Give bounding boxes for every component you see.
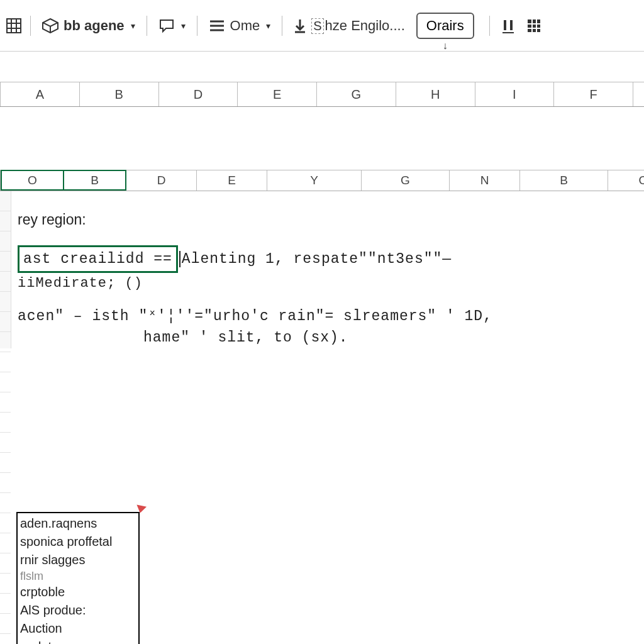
- text-line: hame" ' slit, to (sx).: [18, 327, 644, 348]
- col-header[interactable]: E: [238, 82, 317, 106]
- svg-rect-15: [528, 19, 540, 32]
- col-header-selected[interactable]: O: [1, 170, 64, 191]
- col-header[interactable]: N: [450, 170, 520, 191]
- formula-continuation: Alenting 1, respate""nt3es""—: [182, 251, 452, 267]
- toolbar: bb agene ▾ ▾ Ome ▾ SShze Engilo....hze E…: [0, 0, 644, 52]
- column-header-primary: A B D E G H I F E: [0, 82, 644, 107]
- size-label: SShze Engilo....hze Engilo....: [311, 18, 405, 34]
- lines-icon: [209, 19, 225, 33]
- select-all-handle[interactable]: [0, 82, 1, 106]
- col-header[interactable]: E: [633, 82, 644, 106]
- col-header[interactable]: I: [475, 82, 555, 106]
- autocomplete-item[interactable]: AlS produe:: [20, 601, 136, 619]
- autocomplete-popup: aden.raqnens sponica proffetal rnir slag…: [16, 512, 140, 644]
- table-icon[interactable]: [524, 16, 544, 36]
- col-header[interactable]: A: [1, 82, 80, 106]
- comment-icon: [158, 18, 175, 33]
- resize-handle-icon[interactable]: [136, 506, 146, 513]
- active-cell-box[interactable]: ast creailidd ==: [18, 245, 178, 273]
- formula-line[interactable]: ast creailidd ==Alenting 1, respate""nt3…: [18, 245, 644, 273]
- autocomplete-item[interactable]: aden.raqnens: [20, 514, 136, 533]
- text-line: acen" – isth "ˣ'¦''="urho'c rain"= slrea…: [18, 306, 644, 327]
- text-line: iiMedirate; (): [18, 273, 644, 294]
- orairs-button-wrap: Orairs ↓: [416, 13, 474, 39]
- orairs-button[interactable]: Orairs: [416, 13, 474, 39]
- chevron-down-icon: ▾: [131, 21, 135, 31]
- text-caret: [179, 251, 180, 267]
- autocomplete-item[interactable]: rnir slagges: [20, 551, 136, 569]
- autocomplete-item[interactable]: sponica proffetal: [20, 533, 136, 551]
- ome-menu[interactable]: Ome ▾: [206, 15, 274, 36]
- autocomplete-item[interactable]: crptoble: [20, 583, 136, 601]
- comment-menu[interactable]: ▾: [156, 16, 188, 36]
- svg-rect-0: [7, 19, 21, 33]
- col-header[interactable]: O: [608, 170, 644, 191]
- col-header[interactable]: G: [317, 82, 396, 106]
- col-header[interactable]: E: [197, 170, 267, 191]
- row-gutter: [0, 191, 11, 348]
- autocomplete-item[interactable]: Auction: [20, 619, 136, 638]
- cell-content-area: rey region: ast creailidd ==Alenting 1, …: [0, 191, 644, 348]
- column-header-secondary: O B D E Y G N B O: [0, 170, 644, 191]
- agene-label: bb agene: [64, 18, 125, 34]
- col-header[interactable]: F: [554, 82, 633, 106]
- col-header[interactable]: D: [159, 82, 238, 106]
- grid-icon[interactable]: [6, 18, 21, 33]
- svg-marker-5: [43, 19, 58, 26]
- size-menu[interactable]: SShze Engilo....hze Engilo....: [291, 15, 408, 36]
- chevron-down-icon: ▾: [266, 21, 270, 31]
- text-line: rey region:: [18, 209, 644, 230]
- pause-icon[interactable]: [499, 16, 518, 36]
- pointer-arrow-icon: ↓: [443, 40, 448, 52]
- col-header[interactable]: B: [80, 82, 159, 106]
- autocomplete-item[interactable]: nadute: [20, 638, 136, 644]
- download-icon: [294, 18, 306, 33]
- cube-icon: [42, 18, 58, 33]
- col-header[interactable]: B: [520, 170, 608, 191]
- col-header-selected[interactable]: B: [64, 170, 126, 191]
- col-header[interactable]: Y: [267, 170, 362, 191]
- col-header[interactable]: H: [396, 82, 475, 106]
- ome-label: Ome: [230, 18, 260, 34]
- col-header[interactable]: D: [126, 170, 197, 191]
- chevron-down-icon: ▾: [181, 21, 186, 31]
- agene-menu[interactable]: bb agene ▾: [40, 15, 138, 36]
- col-header[interactable]: G: [362, 170, 450, 191]
- autocomplete-item[interactable]: flslm: [20, 569, 136, 583]
